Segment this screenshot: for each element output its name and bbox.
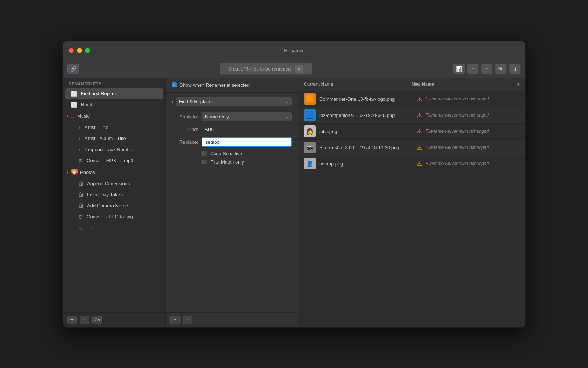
file-current-name: ios-companions-...62-1920-646.png bbox=[319, 112, 413, 118]
file-new-name: Filename will remain unchanged bbox=[426, 96, 519, 101]
sidebar-item-more[interactable]: ⌂ · · · bbox=[65, 222, 163, 234]
warning-icon: ⚠ bbox=[417, 96, 422, 103]
window-title: Renamer bbox=[284, 48, 304, 53]
play-icon: ▶ bbox=[298, 67, 301, 71]
sidebar-item-artist-title[interactable]: ♪ Artist - Title bbox=[65, 122, 163, 133]
sidebar-settings-button[interactable]: ⚙▾ bbox=[92, 316, 102, 324]
file-thumbnail: 📷 bbox=[304, 142, 316, 153]
sidebar-item-artist-album-title[interactable]: ♪ Artist - Album - Title bbox=[65, 133, 163, 144]
sidebar-item-label-insert-day: Insert Day Taken bbox=[87, 192, 123, 197]
center-panel: ✓ Show when Renamerlet selected ▾ Find &… bbox=[166, 78, 298, 327]
warning-icon: ⚠ bbox=[417, 160, 422, 167]
prepend-track-icon: ♪ bbox=[78, 147, 81, 153]
case-sensitive-label: Case Sensitive bbox=[210, 151, 242, 156]
table-row[interactable]: 👩 julia.png ⚠ Filename will remain uncha… bbox=[298, 124, 525, 140]
file-thumbnail: 🟦 bbox=[304, 109, 316, 121]
apply-to-value: Name Only bbox=[205, 114, 229, 119]
photos-section-label: Photos bbox=[80, 169, 95, 175]
photos-toggle-arrow: ▾ bbox=[67, 170, 68, 174]
sidebar-item-label-number: Number bbox=[81, 102, 98, 107]
add-camera-icon: 🖼 bbox=[78, 203, 83, 209]
sidebar-items: ⬜ Find and Replace ⬜ Number ▾ ♫ Music ♪ … bbox=[63, 88, 165, 312]
eye-icon: 👁 bbox=[498, 66, 503, 72]
close-button[interactable] bbox=[69, 48, 74, 53]
sidebar-remove-icon: − bbox=[83, 317, 86, 322]
minimize-button[interactable] bbox=[77, 48, 82, 53]
table-row[interactable]: 📷 Screenshot 2020...19 at 10.11.20.png ⚠… bbox=[298, 140, 525, 156]
minus-icon: － bbox=[484, 65, 490, 72]
center-remove-icon: − bbox=[186, 317, 189, 322]
find-replace-icon: ⬜ bbox=[71, 91, 77, 97]
sidebar-remove-button[interactable]: − bbox=[80, 316, 89, 324]
find-value: ABC bbox=[202, 125, 292, 133]
sidebar-item-append-dimensions[interactable]: 🖼 Append Dimensions bbox=[65, 178, 163, 189]
sidebar-item-label-add-camera: Add Camera Name bbox=[87, 203, 128, 208]
play-button[interactable]: ▶ bbox=[295, 65, 303, 73]
sidebar-item-convert-jpeg[interactable]: ⚙ Convert .JPEG to .jpg bbox=[65, 211, 163, 222]
show-checkbox[interactable]: ✓ bbox=[172, 82, 177, 87]
eye-button[interactable]: 👁 bbox=[495, 64, 507, 74]
convert-jpeg-icon: ⚙ bbox=[78, 214, 83, 220]
photos-section-icon: 🌄 bbox=[71, 169, 78, 176]
add-button[interactable]: ＋ bbox=[467, 64, 479, 74]
link-button[interactable]: 🔗 bbox=[67, 64, 79, 74]
sidebar-item-prepend-track[interactable]: ♪ Prepend Track Number bbox=[65, 144, 163, 155]
plus-icon: ＋ bbox=[470, 65, 476, 72]
main-content: Renamerlets ⬜ Find and Replace ⬜ Number … bbox=[63, 78, 525, 327]
sidebar-item-label-append-dimensions: Append Dimensions bbox=[87, 181, 130, 186]
music-section-icon: ♫ bbox=[71, 113, 75, 119]
file-thumbnail: 👩 bbox=[304, 125, 316, 137]
sidebar-add-dropdown-button[interactable]: +▾ bbox=[67, 316, 77, 324]
file-current-name: julia.png bbox=[319, 129, 413, 134]
replace-input[interactable] bbox=[202, 137, 292, 147]
first-match-row: First Match only bbox=[172, 159, 292, 165]
renamerlet-dropdown-row: ▾ Find & Replace ⌄ bbox=[172, 97, 292, 106]
col-new-name: New Name ▾ bbox=[412, 82, 519, 87]
music-section-label: Music bbox=[77, 113, 90, 119]
file-new-name: Filename will remain unchanged bbox=[426, 112, 519, 118]
renamerlet-dropdown-value: Find & Replace bbox=[179, 99, 212, 104]
case-sensitive-checkbox[interactable] bbox=[202, 151, 207, 156]
file-current-name: setapp.png bbox=[319, 161, 413, 167]
center-remove-button[interactable]: − bbox=[183, 316, 192, 324]
table-row[interactable]: 🟦 ios-companions-...62-1920-646.png ⚠ Fi… bbox=[298, 107, 525, 124]
warning-icon: ⚠ bbox=[417, 112, 422, 119]
sidebar-section-music[interactable]: ▾ ♫ Music bbox=[63, 110, 165, 122]
music-toggle-arrow: ▾ bbox=[67, 114, 68, 118]
sidebar-item-convert-mp3[interactable]: ⚙ Convert .MP3 to .mp3 bbox=[65, 155, 163, 166]
replace-label: Replace: bbox=[172, 139, 198, 145]
sidebar-item-label-convert-mp3: Convert .MP3 to .mp3 bbox=[87, 158, 133, 163]
file-current-name: Screenshot 2020...19 at 10.11.20.png bbox=[319, 145, 413, 150]
sidebar-item-add-camera[interactable]: 🖼 Add Camera Name bbox=[65, 200, 163, 211]
first-match-checkbox[interactable] bbox=[202, 160, 207, 164]
file-panel: Current Name New Name ▾ 🟧 Commander-One.… bbox=[298, 78, 525, 327]
sidebar-item-find-replace[interactable]: ⬜ Find and Replace bbox=[65, 88, 163, 99]
file-thumbnail: 👤 bbox=[304, 158, 316, 169]
status-text: 0 out of 5 files to be renamed bbox=[229, 66, 291, 72]
center-add-button[interactable]: + bbox=[170, 316, 180, 324]
center-panel-top: ✓ Show when Renamerlet selected bbox=[166, 78, 298, 93]
sidebar-item-insert-day[interactable]: 🖼 Insert Day Taken bbox=[65, 189, 163, 200]
file-panel-header: Current Name New Name ▾ bbox=[298, 78, 525, 91]
replace-row: Replace: bbox=[172, 137, 292, 147]
info-button[interactable]: ℹ bbox=[509, 64, 521, 74]
apply-to-dropdown[interactable]: Name Only ⌄ bbox=[202, 112, 292, 121]
remove-button[interactable]: － bbox=[481, 64, 493, 74]
warning-icon: ⚠ bbox=[417, 144, 422, 151]
sidebar-section-photos[interactable]: ▾ 🌄 Photos bbox=[63, 166, 165, 178]
col-current-name: Current Name bbox=[304, 82, 412, 87]
maximize-button[interactable] bbox=[85, 48, 90, 53]
sidebar-item-number[interactable]: ⬜ Number bbox=[65, 99, 163, 110]
traffic-lights bbox=[69, 48, 90, 53]
table-row[interactable]: 👤 setapp.png ⚠ Filename will remain unch… bbox=[298, 156, 525, 172]
show-checkbox-label: Show when Renamerlet selected bbox=[180, 82, 250, 88]
sidebar-item-label-prepend-track: Prepend Track Number bbox=[85, 147, 134, 152]
chart-button[interactable]: 📊 bbox=[453, 64, 465, 74]
collapse-arrow[interactable]: ▾ bbox=[172, 100, 173, 104]
table-row[interactable]: 🟧 Commander-One...8-fb-tw-logo.png ⚠ Fil… bbox=[298, 91, 525, 107]
sort-chevron-icon[interactable]: ▾ bbox=[517, 82, 519, 86]
sidebar-item-label-artist-title: Artist - Title bbox=[85, 125, 108, 130]
convert-mp3-icon: ⚙ bbox=[78, 158, 83, 164]
renamerlet-dropdown-chevron: ⌄ bbox=[286, 100, 288, 104]
renamerlet-dropdown[interactable]: Find & Replace ⌄ bbox=[176, 97, 292, 106]
